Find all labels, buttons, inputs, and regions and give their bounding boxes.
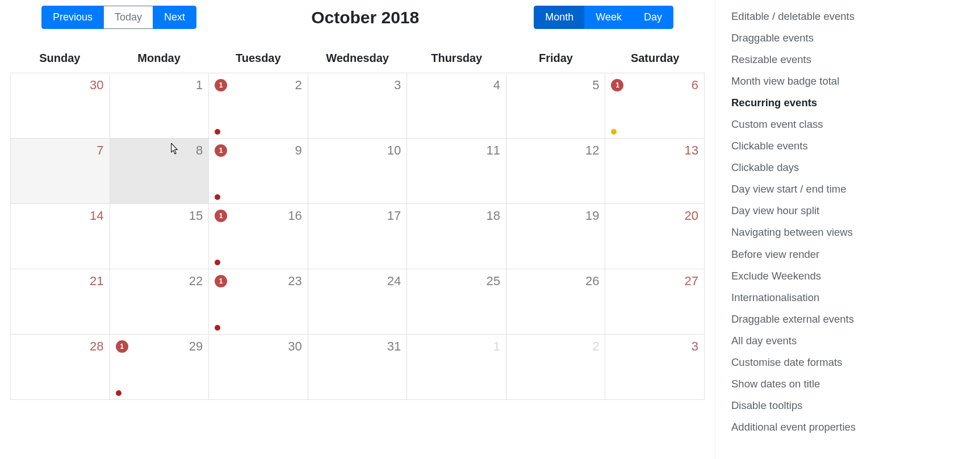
- week-view-button[interactable]: Week: [584, 6, 633, 29]
- calendar-day-cell[interactable]: 15: [110, 204, 210, 269]
- day-number: 22: [116, 274, 203, 289]
- app-root: Previous Today Next October 2018 Month W…: [0, 0, 980, 459]
- sidebar-item[interactable]: Day view start / end time: [715, 178, 980, 200]
- sidebar-item[interactable]: Month view badge total: [715, 70, 980, 92]
- calendar-day-cell[interactable]: 31: [308, 335, 408, 399]
- calendar-day-cell[interactable]: 27: [605, 269, 704, 334]
- day-number: 13: [611, 143, 698, 158]
- calendar-day-cell[interactable]: 10: [308, 139, 408, 203]
- sidebar-item[interactable]: Clickable days: [715, 157, 980, 178]
- calendar-day-cell[interactable]: 17: [308, 204, 408, 269]
- sidebar-item[interactable]: Draggable external events: [715, 308, 980, 330]
- calendar-day-cell[interactable]: 16: [605, 73, 704, 138]
- day-header: Sunday: [10, 43, 110, 73]
- calendar-day-cell[interactable]: 21: [11, 269, 110, 334]
- event-dot: [116, 390, 122, 396]
- calendar-header-row: SundayMondayTuesdayWednesdayThursdayFrid…: [10, 43, 705, 73]
- next-button[interactable]: Next: [153, 6, 196, 29]
- sidebar-item[interactable]: Recurring events: [715, 92, 980, 114]
- sidebar-item[interactable]: Additional event properties: [715, 416, 980, 438]
- event-dots: [215, 260, 220, 265]
- calendar-day-cell[interactable]: 12: [209, 73, 308, 138]
- calendar-week-row: 3011234516: [11, 73, 704, 138]
- day-number: 31: [314, 339, 401, 354]
- month-view-button[interactable]: Month: [534, 6, 585, 29]
- day-number: 19: [512, 208, 600, 223]
- day-view-button[interactable]: Day: [633, 6, 673, 29]
- sidebar-item[interactable]: Clickable events: [715, 135, 980, 157]
- day-number: 16: [215, 208, 302, 223]
- calendar-day-cell[interactable]: 25: [407, 269, 506, 334]
- calendar-day-cell[interactable]: 12: [506, 139, 606, 203]
- calendar-day-cell[interactable]: 22: [110, 269, 210, 334]
- calendar-day-cell[interactable]: 20: [605, 204, 704, 269]
- day-header: Monday: [110, 43, 209, 73]
- calendar-day-cell[interactable]: 3: [605, 335, 704, 399]
- previous-button[interactable]: Previous: [41, 6, 104, 29]
- day-number: 30: [16, 78, 104, 93]
- calendar-day-cell[interactable]: 30: [11, 73, 110, 138]
- calendar-week-row: 281293031123: [11, 334, 704, 399]
- day-number: 8: [116, 143, 203, 158]
- day-number: 28: [16, 339, 104, 354]
- calendar-day-cell[interactable]: 19: [209, 139, 308, 203]
- calendar-day-cell[interactable]: 2: [506, 335, 606, 399]
- calendar-day-cell[interactable]: 129: [110, 335, 210, 399]
- calendar: SundayMondayTuesdayWednesdayThursdayFrid…: [10, 43, 705, 400]
- day-number: 9: [215, 143, 302, 158]
- sidebar-item[interactable]: All day events: [715, 330, 980, 352]
- event-dots: [611, 129, 617, 135]
- sidebar-item[interactable]: Navigating between views: [715, 222, 980, 243]
- sidebar-item[interactable]: Draggable events: [715, 27, 980, 49]
- sidebar-item[interactable]: Resizable events: [715, 49, 980, 70]
- today-button[interactable]: Today: [103, 6, 153, 29]
- day-number: 10: [314, 143, 401, 158]
- day-number: 4: [413, 78, 500, 93]
- day-number: 3: [611, 339, 698, 354]
- day-header: Tuesday: [208, 43, 308, 73]
- day-number: 26: [512, 274, 600, 289]
- event-dots: [215, 194, 220, 200]
- calendar-day-cell[interactable]: 13: [605, 139, 704, 203]
- sidebar-item[interactable]: Before view render: [715, 244, 980, 265]
- calendar-day-cell[interactable]: 26: [506, 269, 606, 334]
- calendar-day-cell[interactable]: 1: [110, 73, 210, 138]
- calendar-day-cell[interactable]: 18: [407, 204, 506, 269]
- sidebar-item[interactable]: Show dates on title: [715, 373, 980, 395]
- calendar-day-cell[interactable]: 14: [11, 204, 110, 269]
- sidebar-item[interactable]: Editable / deletable events: [715, 6, 980, 27]
- sidebar-item[interactable]: Exclude Weekends: [715, 265, 980, 287]
- calendar-day-cell[interactable]: 8: [110, 139, 210, 203]
- calendar-day-cell[interactable]: 3: [308, 73, 408, 138]
- calendar-day-cell[interactable]: 11: [407, 139, 506, 203]
- day-header: Saturday: [605, 43, 705, 73]
- controls-row: Previous Today Next October 2018 Month W…: [41, 6, 673, 29]
- sidebar: Editable / deletable eventsDraggable eve…: [715, 0, 980, 459]
- calendar-day-cell[interactable]: 123: [209, 269, 308, 334]
- calendar-day-cell[interactable]: 30: [209, 335, 308, 399]
- calendar-day-cell[interactable]: 19: [506, 204, 606, 269]
- event-dot: [215, 325, 220, 331]
- calendar-day-cell[interactable]: 5: [506, 73, 606, 138]
- main-panel: Previous Today Next October 2018 Month W…: [0, 0, 715, 459]
- view-button-group: Month Week Day: [534, 6, 673, 29]
- calendar-day-cell[interactable]: 1: [407, 335, 506, 399]
- day-number: 6: [611, 78, 698, 93]
- sidebar-item[interactable]: Internationalisation: [715, 287, 980, 308]
- calendar-day-cell[interactable]: 24: [308, 269, 408, 334]
- calendar-day-cell[interactable]: 4: [407, 73, 506, 138]
- sidebar-item[interactable]: Day view hour split: [715, 200, 980, 222]
- event-dot: [215, 260, 220, 265]
- calendar-day-cell[interactable]: 28: [11, 335, 110, 399]
- sidebar-item[interactable]: Customise date formats: [715, 352, 980, 373]
- calendar-day-cell[interactable]: 116: [209, 204, 308, 269]
- sidebar-item[interactable]: Custom event class: [715, 114, 980, 135]
- calendar-day-cell[interactable]: 7: [11, 139, 110, 203]
- day-header: Wednesday: [308, 43, 407, 73]
- calendar-week-row: 781910111213: [11, 138, 704, 203]
- sidebar-item[interactable]: Disable tooltips: [715, 395, 980, 416]
- day-number: 29: [116, 339, 203, 354]
- day-number: 11: [413, 143, 500, 158]
- day-number: 25: [413, 274, 500, 289]
- day-number: 3: [314, 78, 401, 93]
